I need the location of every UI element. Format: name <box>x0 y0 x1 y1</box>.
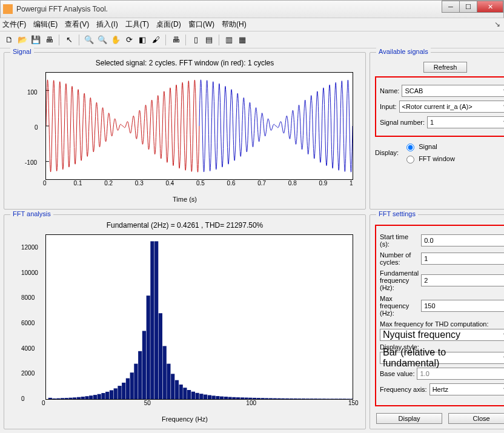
display-label: Display: <box>375 149 399 156</box>
link-icon[interactable]: 🖶 <box>170 35 181 45</box>
svg-rect-44 <box>212 395 216 399</box>
svg-rect-8 <box>65 398 68 399</box>
menu-edit[interactable]: 编辑(E) <box>33 19 58 30</box>
menu-tools[interactable]: 工具(T) <box>125 19 149 30</box>
display-radio-fft-window[interactable]: FFT window <box>403 154 455 164</box>
svg-rect-35 <box>175 380 179 399</box>
fft-settings-highlight: Start time (s): Number of cycles: Fundam… <box>375 225 504 406</box>
menu-bar: 文件(F) 编辑(E) 查看(V) 插入(I) 工具(T) 桌面(D) 窗口(W… <box>0 18 504 31</box>
svg-rect-11 <box>77 397 81 399</box>
colorbar-icon[interactable]: ▯ <box>190 35 201 45</box>
svg-rect-42 <box>204 395 207 400</box>
new-file-icon[interactable]: 🗋 <box>4 35 15 45</box>
menu-file[interactable]: 文件(F) <box>2 19 26 30</box>
signal-panel: Signal Selected signal: 2 cycles. FFT wi… <box>4 52 366 210</box>
available-signals-highlight: Name: SCAB▼ Input: <Rotor current ir_a (… <box>375 76 504 137</box>
signal-plot-area[interactable] <box>45 72 353 180</box>
svg-rect-59 <box>273 398 277 399</box>
frequency-axis-select[interactable]: Hertz▼ <box>429 383 504 395</box>
available-signals-panel: Available signals Refresh Name: SCAB▼ In… <box>370 52 504 210</box>
app-icon <box>3 4 13 14</box>
svg-rect-46 <box>220 397 224 399</box>
svg-rect-20 <box>114 388 118 399</box>
signal-number-label: Signal number: <box>380 119 425 126</box>
svg-rect-37 <box>183 388 187 399</box>
menu-insert[interactable]: 插入(I) <box>96 19 118 30</box>
available-signals-legend: Available signals <box>376 48 431 55</box>
display-radio-signal[interactable]: Signal <box>403 142 455 151</box>
window-close-button[interactable]: ✕ <box>477 1 503 13</box>
svg-rect-65 <box>297 398 301 399</box>
svg-rect-52 <box>245 398 248 400</box>
svg-rect-69 <box>314 398 317 399</box>
maximize-button[interactable]: ☐ <box>459 1 477 13</box>
svg-rect-77 <box>346 399 350 400</box>
ncycles-input[interactable] <box>421 253 504 265</box>
open-file-icon[interactable]: 📂 <box>17 35 28 45</box>
pan-icon[interactable]: ✋ <box>110 35 121 45</box>
hide-plottools-icon[interactable]: ▥ <box>224 35 234 45</box>
svg-rect-33 <box>167 364 170 399</box>
brush-icon[interactable]: 🖌 <box>150 35 161 45</box>
close-button[interactable]: Close <box>448 413 504 424</box>
svg-rect-36 <box>179 385 183 399</box>
menu-desktop[interactable]: 桌面(D) <box>156 19 181 30</box>
save-icon[interactable]: 💾 <box>30 35 41 45</box>
svg-rect-28 <box>147 296 150 399</box>
svg-rect-16 <box>98 394 101 399</box>
signal-number-select[interactable]: 1▼ <box>427 116 504 128</box>
svg-rect-60 <box>277 398 281 399</box>
svg-rect-47 <box>224 397 228 399</box>
print-icon[interactable]: 🖶 <box>44 35 55 45</box>
svg-rect-49 <box>232 397 236 399</box>
show-plottools-icon[interactable]: ▦ <box>237 35 248 45</box>
svg-rect-10 <box>73 397 76 399</box>
datatip-icon[interactable]: ◧ <box>137 35 148 45</box>
input-select[interactable]: <Rotor current ir_a (A)>▼ <box>399 101 504 113</box>
svg-rect-66 <box>302 398 305 399</box>
zoom-in-icon[interactable]: 🔍 <box>84 35 94 45</box>
menu-window[interactable]: 窗口(W) <box>188 19 214 30</box>
svg-rect-31 <box>159 313 162 399</box>
svg-rect-75 <box>339 398 342 399</box>
refresh-button[interactable]: Refresh <box>423 62 468 73</box>
svg-rect-51 <box>240 397 244 399</box>
svg-rect-76 <box>342 398 346 399</box>
svg-rect-7 <box>61 398 64 399</box>
svg-rect-56 <box>261 398 265 399</box>
title-bar: Powergui FFT Analysis Tool. ─ ☐ ✕ <box>0 0 504 18</box>
dock-icon[interactable]: ↘ <box>494 20 500 28</box>
rotate-icon[interactable]: ⟳ <box>124 35 134 45</box>
svg-rect-41 <box>199 394 203 399</box>
fft-xlabel: Frequency (Hz) <box>162 415 208 423</box>
svg-rect-12 <box>81 397 85 399</box>
fundamental-input[interactable] <box>421 274 504 286</box>
svg-rect-4 <box>48 398 52 399</box>
fft-chart-title: Fundamental (2Hz) = 0.4261 , THD= 21297.… <box>9 221 360 230</box>
menu-view[interactable]: 查看(V) <box>65 19 89 30</box>
minimize-button[interactable]: ─ <box>442 1 460 13</box>
svg-rect-45 <box>216 396 219 399</box>
signal-panel-legend: Signal <box>10 48 34 55</box>
svg-rect-70 <box>318 398 322 399</box>
display-style-select[interactable]: Bar (relative to fundamental)▼ <box>380 352 504 364</box>
svg-rect-64 <box>294 398 297 399</box>
zoom-out-icon[interactable]: 🔍 <box>97 35 108 45</box>
svg-rect-30 <box>154 241 158 399</box>
signal-xlabel: Time (s) <box>173 196 197 203</box>
legend-icon[interactable]: ▤ <box>204 35 214 45</box>
svg-rect-74 <box>334 398 338 399</box>
pointer-icon[interactable]: ↖ <box>64 35 75 45</box>
svg-rect-54 <box>253 398 256 399</box>
thd-select[interactable]: Nyquist frequency▼ <box>380 329 504 341</box>
max-freq-input[interactable] <box>421 300 504 312</box>
menu-help[interactable]: 帮助(H) <box>222 19 247 30</box>
svg-rect-72 <box>326 398 330 399</box>
start-time-input[interactable] <box>421 234 504 246</box>
display-button[interactable]: Display <box>376 413 442 424</box>
svg-rect-13 <box>85 396 88 399</box>
svg-rect-19 <box>110 390 113 399</box>
svg-rect-18 <box>105 392 109 399</box>
fft-plot-area[interactable] <box>45 234 353 400</box>
name-select[interactable]: SCAB▼ <box>402 85 504 97</box>
